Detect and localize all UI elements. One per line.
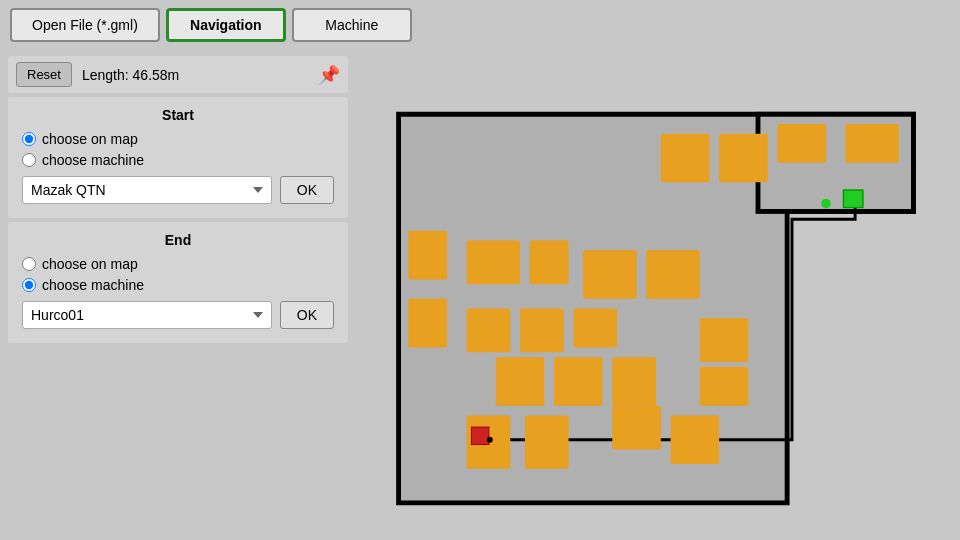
svg-rect-28 xyxy=(471,427,488,444)
length-display: Length: 46.58m xyxy=(82,67,308,83)
reset-button[interactable]: Reset xyxy=(16,62,72,87)
start-choose-machine-row: choose machine xyxy=(22,152,334,168)
map-container[interactable] xyxy=(360,56,952,532)
end-machine-dropdown[interactable]: Hurco01 Mazak QTN Machine3 xyxy=(22,301,272,329)
toolbar: Open File (*.gml) Navigation Machine xyxy=(0,0,960,50)
end-choose-machine-radio[interactable] xyxy=(22,278,36,292)
svg-rect-5 xyxy=(845,124,898,163)
svg-rect-10 xyxy=(467,309,511,353)
svg-rect-16 xyxy=(583,250,636,299)
svg-rect-6 xyxy=(408,231,447,280)
start-ok-button[interactable]: OK xyxy=(280,176,334,204)
svg-point-29 xyxy=(487,437,493,443)
end-title: End xyxy=(22,232,334,248)
svg-rect-7 xyxy=(408,299,447,348)
start-choose-machine-radio[interactable] xyxy=(22,153,36,167)
machine-button[interactable]: Machine xyxy=(292,8,412,42)
end-section: End choose on map choose machine Hurco01… xyxy=(8,222,348,343)
end-controls: Hurco01 Mazak QTN Machine3 OK xyxy=(22,301,334,329)
floor-plan-svg xyxy=(360,56,952,532)
svg-rect-9 xyxy=(530,241,569,285)
svg-rect-13 xyxy=(496,357,545,406)
start-choose-machine-label: choose machine xyxy=(42,152,144,168)
start-choose-map-radio[interactable] xyxy=(22,132,36,146)
svg-rect-22 xyxy=(661,134,710,183)
start-controls: Mazak QTN Hurco01 Machine3 OK xyxy=(22,176,334,204)
start-choose-map-row: choose on map xyxy=(22,131,334,147)
left-panel: Reset Length: 46.58m 📌 Start choose on m… xyxy=(8,56,348,343)
svg-rect-19 xyxy=(525,415,569,468)
svg-rect-26 xyxy=(843,190,862,207)
start-title: Start xyxy=(22,107,334,123)
map-area[interactable] xyxy=(360,56,952,532)
svg-rect-8 xyxy=(467,241,520,285)
svg-rect-23 xyxy=(719,134,768,183)
end-choose-machine-row: choose machine xyxy=(22,277,334,293)
svg-rect-21 xyxy=(671,415,720,464)
svg-rect-12 xyxy=(573,309,617,348)
end-choose-map-label: choose on map xyxy=(42,256,138,272)
start-machine-dropdown[interactable]: Mazak QTN Hurco01 Machine3 xyxy=(22,176,272,204)
svg-rect-14 xyxy=(554,357,603,406)
end-choose-map-radio[interactable] xyxy=(22,257,36,271)
end-choose-map-row: choose on map xyxy=(22,256,334,272)
svg-rect-15 xyxy=(612,357,656,406)
navigation-button[interactable]: Navigation xyxy=(166,8,286,42)
end-ok-button[interactable]: OK xyxy=(280,301,334,329)
svg-point-27 xyxy=(821,199,831,209)
svg-rect-24 xyxy=(700,318,749,362)
svg-rect-11 xyxy=(520,309,564,353)
start-section: Start choose on map choose machine Mazak… xyxy=(8,97,348,218)
start-choose-map-label: choose on map xyxy=(42,131,138,147)
svg-rect-20 xyxy=(612,406,661,450)
end-choose-machine-label: choose machine xyxy=(42,277,144,293)
open-file-button[interactable]: Open File (*.gml) xyxy=(10,8,160,42)
pin-icon: 📌 xyxy=(318,64,340,86)
top-bar: Reset Length: 46.58m 📌 xyxy=(8,56,348,93)
svg-rect-17 xyxy=(646,250,699,299)
svg-rect-4 xyxy=(777,124,826,163)
svg-rect-25 xyxy=(700,367,749,406)
